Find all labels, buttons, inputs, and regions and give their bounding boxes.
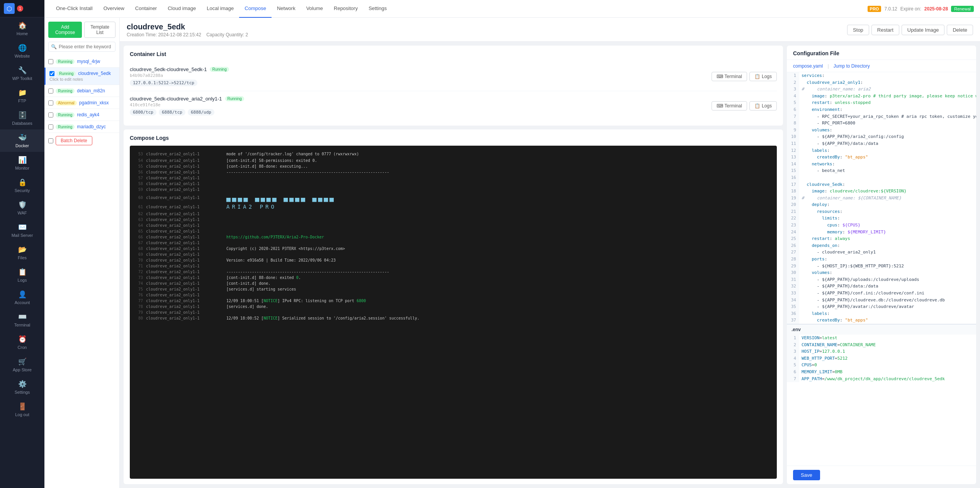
stop-button[interactable]: Stop xyxy=(847,25,869,35)
sidebar-item-monitor[interactable]: 📊 Monitor xyxy=(0,152,44,174)
yaml-code-line: 25 restart: always xyxy=(787,235,976,242)
compose-actions: Stop Restart Update Image Delete xyxy=(847,25,973,35)
terminal-button-1[interactable]: ⌨ Terminal xyxy=(712,101,747,111)
compose-checkbox-0[interactable] xyxy=(48,59,53,64)
yaml-code-line: 32 - ${APP_PATH}/data:/data xyxy=(787,283,976,290)
compose-item-5[interactable]: Running mariadb_dzyc xyxy=(44,121,119,133)
compose-yaml-editor[interactable]: 1services:2 cloudreve_aria2_only1:3# con… xyxy=(787,72,976,324)
sidebar-item-ftp[interactable]: 📁 FTP xyxy=(0,85,44,107)
topnav-item-overview[interactable]: Overview xyxy=(98,0,130,18)
search-input[interactable] xyxy=(48,42,115,52)
sidebar-item-security[interactable]: 🔒 Security xyxy=(0,174,44,197)
compose-item-4[interactable]: Running redis_ayk4 xyxy=(44,109,119,121)
sidebar-item-website[interactable]: 🌐 Website xyxy=(0,40,44,62)
sidebar-item-log-out[interactable]: 🚪 Log out xyxy=(0,398,44,421)
env-code-line: 2CONTAINER_NAME=CONTAINER_NAME xyxy=(787,342,976,349)
compose-item-1[interactable]: Running cloudreve_5edk Click to edit not… xyxy=(44,68,119,85)
compose-checkbox-5[interactable] xyxy=(48,124,53,129)
template-list-button[interactable]: Template List xyxy=(84,22,115,38)
compose-checkbox-2[interactable] xyxy=(48,88,53,94)
batch-select-all-checkbox[interactable] xyxy=(48,138,53,143)
sidebar-item-waf[interactable]: 🛡️ WAF xyxy=(0,197,44,219)
sidebar-item-wp-toolkit[interactable]: 🔧 WP Toolkit xyxy=(0,62,44,85)
sidebar-item-app-store[interactable]: 🛒 App Store xyxy=(0,354,44,376)
code-content: - ${APP_PATH}/uploads:/cloudreve/uploads xyxy=(799,276,919,283)
yaml-code-line: 23 cpus: ${CPUS} xyxy=(787,222,976,229)
yaml-code-line: 15 - beota_net xyxy=(787,167,976,174)
sidebar-item-docker[interactable]: 🐳 Docker xyxy=(0,129,44,152)
compose-yaml-tab[interactable]: compose.yaml xyxy=(793,63,823,69)
code-content: MEMORY_LIMIT=0MB xyxy=(799,369,842,376)
jump-to-directory-tab[interactable]: Jump to Directory xyxy=(834,63,870,69)
tab-divider: | xyxy=(827,63,829,69)
code-content: volumes: xyxy=(799,127,832,134)
code-content: - ${APP_PATH}/aria2_config:/config xyxy=(799,133,904,140)
code-content: - ${APP_PATH}/conf.ini:/cloudreve/conf.i… xyxy=(799,290,924,297)
container-actions-1: ⌨ Terminal 📋 Logs xyxy=(712,101,777,111)
update-image-button[interactable]: Update Image xyxy=(902,25,945,35)
line-number: 25 xyxy=(787,235,799,242)
compose-item-0[interactable]: Running mysql_4rjw xyxy=(44,56,119,68)
topnav-item-repository[interactable]: Repository xyxy=(328,0,363,18)
yaml-code-line: 10 - ${APP_PATH}/aria2_config:/config xyxy=(787,133,976,140)
topnav-item-settings[interactable]: Settings xyxy=(363,0,392,18)
sidebar-item-mail-server[interactable]: ✉️ Mail Server xyxy=(0,219,44,241)
port-badge: 127.0.0.1:5212->5212/tcp xyxy=(130,80,197,86)
topnav-item-compose[interactable]: Compose xyxy=(239,0,272,18)
topnav-item-local-image[interactable]: Local image xyxy=(201,0,239,18)
line-number: 2 xyxy=(787,79,799,86)
logs-terminal[interactable]: 53cloudreve_aria2_only1-1mode of '/confi… xyxy=(130,146,777,479)
topnav-item-one-click-install[interactable]: One-Click Install xyxy=(51,0,98,18)
env-editor[interactable]: 1VERSION=latest2CONTAINER_NAME=CONTAINER… xyxy=(787,335,976,382)
compose-checkbox-3[interactable] xyxy=(48,100,53,105)
code-content: - cloudreve_aria2_only1 xyxy=(799,249,876,256)
waf-icon: 🛡️ xyxy=(18,201,27,209)
log-out-icon: 🚪 xyxy=(18,402,27,411)
sidebar-item-settings[interactable]: ⚙️ Settings xyxy=(0,376,44,398)
topnav-item-volume[interactable]: Volume xyxy=(301,0,328,18)
line-number: 26 xyxy=(787,242,799,249)
line-number: 3 xyxy=(787,348,799,355)
topnav-item-cloud-image[interactable]: Cloud image xyxy=(162,0,201,18)
sidebar-item-cron[interactable]: ⏰ Cron xyxy=(0,331,44,354)
sidebar-item-databases[interactable]: 🗄️ Databases xyxy=(0,107,44,129)
compose-name-4: redis_ayk4 xyxy=(77,112,99,117)
sidebar-label-waf: WAF xyxy=(17,211,27,215)
expire-date: 2025-08-28 xyxy=(924,6,948,12)
compose-header: cloudreve_5edk Creation Time: 2024-12-08… xyxy=(120,18,980,42)
save-button[interactable]: Save xyxy=(793,470,820,480)
restart-button[interactable]: Restart xyxy=(871,25,899,35)
compose-name-2: debian_m82n xyxy=(77,88,105,94)
topnav-item-network[interactable]: Network xyxy=(272,0,301,18)
topnav-item-container[interactable]: Container xyxy=(130,0,162,18)
sidebar-item-logs[interactable]: 📋 Logs xyxy=(0,264,44,286)
batch-delete-button[interactable]: Batch Delete xyxy=(56,136,92,145)
delete-button[interactable]: Delete xyxy=(947,25,973,35)
yaml-code-line: 33 - ${APP_PATH}/conf.ini:/cloudreve/con… xyxy=(787,290,976,297)
code-content: labels: xyxy=(799,147,830,154)
logs-button-0[interactable]: 📋 Logs xyxy=(749,72,777,81)
yaml-code-line: 16 xyxy=(787,174,976,181)
compose-checkbox-4[interactable] xyxy=(48,112,53,117)
code-content: - beota_net xyxy=(799,167,845,174)
sidebar-label-files: Files xyxy=(18,255,27,260)
renewal-button[interactable]: Renewal xyxy=(951,6,974,12)
env-title: .env xyxy=(787,325,976,335)
logs-icon: 📋 xyxy=(18,268,27,276)
compose-item-2[interactable]: Running debian_m82n xyxy=(44,85,119,97)
sidebar-item-terminal[interactable]: ⌨️ Terminal xyxy=(0,309,44,331)
status-badge-4: Running xyxy=(56,112,75,117)
compose-checkbox-1[interactable] xyxy=(49,71,54,76)
sidebar-item-home[interactable]: 🏠 Home xyxy=(0,17,44,40)
logs-button-1[interactable]: 📋 Logs xyxy=(749,101,777,111)
compose-sub-1: Click to edit notes xyxy=(49,77,115,82)
code-content: cloudreve_5edk: xyxy=(799,181,845,188)
compose-item-3[interactable]: Abnormal pgadmin_xksx xyxy=(44,97,119,109)
add-compose-button[interactable]: Add Compose xyxy=(48,22,82,38)
line-number: 4 xyxy=(787,355,799,362)
batch-delete-row: Batch Delete xyxy=(44,133,119,148)
terminal-button-0[interactable]: ⌨ Terminal xyxy=(712,72,747,81)
sidebar-item-files[interactable]: 📂 Files xyxy=(0,241,44,264)
sidebar-label-settings: Settings xyxy=(15,390,30,394)
sidebar-item-account[interactable]: 👤 Account xyxy=(0,286,44,309)
